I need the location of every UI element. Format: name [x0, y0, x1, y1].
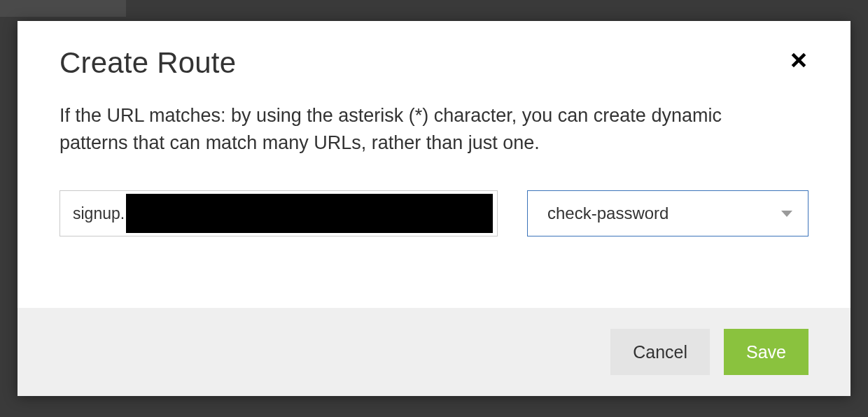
modal-description: If the URL matches: by using the asteris…: [59, 102, 788, 157]
modal-title: Create Route: [59, 46, 236, 80]
backdrop-tab-fragment: [0, 0, 126, 17]
chevron-down-icon: [781, 211, 792, 217]
worker-select-value: check-password: [547, 204, 668, 223]
create-route-modal: Create Route If the URL matches: by usin…: [18, 21, 850, 396]
modal-body: Create Route If the URL matches: by usin…: [18, 21, 850, 308]
url-prefix-text: signup.: [73, 204, 125, 223]
worker-select[interactable]: check-password: [527, 190, 808, 236]
url-redacted-block: [126, 194, 493, 233]
close-button[interactable]: [789, 50, 808, 70]
modal-footer: Cancel Save: [18, 308, 850, 396]
url-pattern-input[interactable]: signup.: [59, 190, 498, 236]
cancel-button[interactable]: Cancel: [610, 329, 710, 375]
save-button[interactable]: Save: [724, 329, 808, 375]
controls-row: signup. check-password: [59, 190, 808, 236]
close-icon: [790, 51, 808, 69]
modal-header: Create Route: [59, 46, 808, 80]
